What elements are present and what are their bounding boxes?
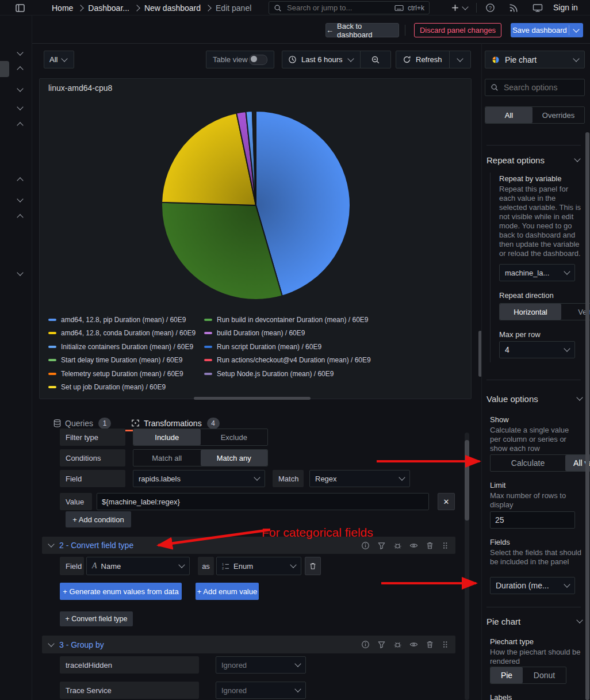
svg-text:1: 1 xyxy=(222,563,224,566)
match-select[interactable]: Regex xyxy=(309,470,410,487)
legend-item[interactable]: Telemetry setup Duration (mean) / 60E9 xyxy=(48,370,204,378)
global-search[interactable]: ctrl+k xyxy=(269,1,430,14)
legend-color-marker xyxy=(48,359,56,361)
discard-panel-changes-button[interactable]: Discard panel changes xyxy=(414,23,501,37)
fields-select[interactable]: Duration (me... xyxy=(490,577,575,594)
repeat-options-header[interactable]: Repeat options xyxy=(486,153,580,167)
max-per-row-value: 4 xyxy=(505,345,565,354)
legend-item[interactable]: build Duration (mean) / 60E9 xyxy=(204,329,371,337)
filter-icon[interactable] xyxy=(377,541,386,550)
eye-icon[interactable] xyxy=(409,541,418,550)
drag-handle-icon[interactable] xyxy=(442,541,449,550)
show-calculate-option[interactable]: Calculate xyxy=(491,455,565,471)
match-any-option[interactable]: Match any xyxy=(201,450,268,466)
generate-enum-values-button[interactable]: + Generate enum values from data xyxy=(60,583,182,600)
filter-exclude-option[interactable]: Exclude xyxy=(201,429,268,445)
time-range-picker[interactable]: Last 6 hours xyxy=(282,51,391,68)
options-search-input[interactable] xyxy=(503,82,579,93)
trash-icon[interactable] xyxy=(426,640,434,649)
legend-color-marker xyxy=(48,373,56,375)
group-by-field-select[interactable]: Ignored xyxy=(216,656,306,674)
collapse-chevron-icon[interactable] xyxy=(48,640,54,647)
piechart-pie-option[interactable]: Pie xyxy=(491,667,523,683)
eye-icon[interactable] xyxy=(409,640,418,649)
sign-in-link[interactable]: Sign in xyxy=(553,3,578,12)
zoom-out-time-button[interactable] xyxy=(361,55,390,64)
pie-chart-options-header[interactable]: Pie chart xyxy=(486,614,582,628)
refresh-button[interactable]: Refresh xyxy=(396,51,471,68)
info-icon[interactable] xyxy=(361,541,370,550)
mega-menu-toggle-icon[interactable] xyxy=(15,3,25,13)
legend-item[interactable]: Run build in devcontainer Duration (mean… xyxy=(204,316,371,324)
drag-handle-icon[interactable] xyxy=(442,640,449,649)
visualization-picker[interactable]: Pie chart xyxy=(485,51,585,68)
monitor-icon[interactable] xyxy=(532,3,543,13)
collapse-chevron-icon[interactable] xyxy=(48,541,54,547)
save-options-chevron[interactable] xyxy=(569,29,583,32)
legend-item[interactable]: Initialize containers Duration (mean) / … xyxy=(48,343,204,351)
table-view-toggle[interactable] xyxy=(249,55,267,65)
repeat-variable-select[interactable]: machine_la... xyxy=(499,264,575,281)
save-dashboard-button[interactable]: Save dashboard xyxy=(511,23,583,37)
value-input[interactable] xyxy=(97,493,429,510)
transformation-3-header[interactable]: 3 - Group by xyxy=(42,636,455,653)
convert-type-select[interactable]: 12 Enum xyxy=(216,557,301,575)
limit-input[interactable] xyxy=(490,511,575,529)
search-input[interactable] xyxy=(286,3,390,13)
add-enum-value-button[interactable]: + Add enum value xyxy=(196,583,259,600)
debug-icon[interactable] xyxy=(393,640,402,649)
transformation-2-header[interactable]: 2 - Convert field type xyxy=(42,537,455,554)
filter-include-option[interactable]: Include xyxy=(133,429,201,445)
legend-item[interactable]: Set up job Duration (mean) / 60E9 xyxy=(48,383,204,391)
limit-label: Limit xyxy=(490,481,505,489)
piechart-type-radio: Pie Donut xyxy=(490,667,566,684)
legend-item[interactable]: Setup Node.js Duration (mean) / 60E9 xyxy=(204,370,371,378)
match-all-option[interactable]: Match all xyxy=(133,450,201,466)
legend-item[interactable]: Run actions/checkout@v4 Duration (mean) … xyxy=(204,356,371,364)
queries-count-badge: 1 xyxy=(98,418,111,429)
legend-item[interactable]: amd64, 12.8, conda Duration (mean) / 60E… xyxy=(48,329,204,337)
debug-icon[interactable] xyxy=(393,541,402,550)
legend-item[interactable]: Start delay time Duration (mean) / 60E9 xyxy=(48,356,204,364)
add-condition-button[interactable]: + Add condition xyxy=(66,511,131,527)
options-scrollbar-thumb[interactable] xyxy=(585,132,589,700)
back-to-dashboard-button[interactable]: ← Back to dashboard xyxy=(325,23,399,37)
group-by-field-select[interactable]: Ignored xyxy=(216,682,306,699)
variable-all-dropdown[interactable]: All xyxy=(44,51,74,68)
piechart-donut-option[interactable]: Donut xyxy=(523,667,566,683)
left-rail xyxy=(0,16,32,700)
news-rss-icon[interactable] xyxy=(509,3,519,13)
legend-item[interactable]: amd64, 12.8, pip Duration (mean) / 60E9 xyxy=(48,316,204,324)
options-tab-all[interactable]: All xyxy=(485,107,532,123)
convert-row-delete-button[interactable] xyxy=(305,557,321,575)
options-search[interactable] xyxy=(485,79,585,96)
legend-item[interactable]: Run script Duration (mean) / 60E9 xyxy=(204,343,371,351)
panel-horizontal-scrollbar[interactable] xyxy=(194,397,311,400)
filter-icon[interactable] xyxy=(377,640,386,649)
value-options-header[interactable]: Value options xyxy=(486,392,582,406)
breadcrumb-separator-icon xyxy=(78,5,84,11)
breadcrumb-new-dashboard[interactable]: New dashboard xyxy=(144,3,201,13)
info-icon[interactable] xyxy=(361,640,370,649)
breadcrumb-home[interactable]: Home xyxy=(52,3,73,13)
breadcrumb-dashboards[interactable]: Dashboar... xyxy=(88,3,129,13)
search-shortcut: ctrl+k xyxy=(408,4,424,12)
convert-field-select[interactable]: A Name xyxy=(86,557,190,575)
trash-icon[interactable] xyxy=(426,541,434,550)
clear-value-button[interactable]: ✕ xyxy=(438,493,455,510)
legend-color-marker xyxy=(204,346,212,348)
help-icon[interactable]: ? xyxy=(485,3,495,13)
chevron-down-icon xyxy=(178,561,185,568)
max-per-row-select[interactable]: 4 xyxy=(499,341,575,358)
panel-title[interactable]: linux-amd64-cpu8 xyxy=(48,83,112,93)
repeat-horizontal-option[interactable]: Horizontal xyxy=(500,304,561,320)
field-select[interactable]: rapids.labels xyxy=(133,470,265,487)
transformations-scrollbar-thumb[interactable] xyxy=(465,440,469,521)
refresh-interval-chevron[interactable] xyxy=(450,59,470,61)
add-new-button[interactable] xyxy=(451,2,468,14)
convert-field-type-button[interactable]: + Convert field type xyxy=(60,611,133,626)
options-tab-overrides[interactable]: Overrides xyxy=(532,107,584,123)
tab-transformations[interactable]: Transformations 4 xyxy=(144,417,220,430)
tab-queries[interactable]: Queries 1 xyxy=(65,417,111,430)
text-field-type-icon: A xyxy=(92,561,97,571)
